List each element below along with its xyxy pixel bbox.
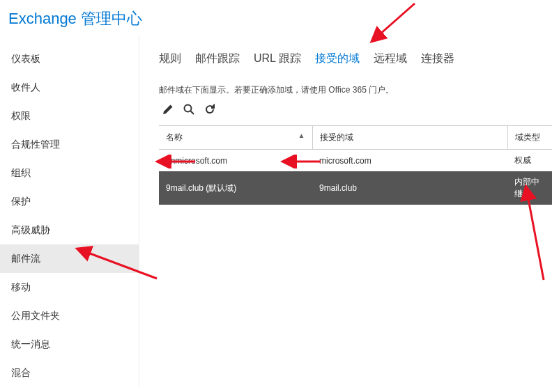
- cell-type: 权威: [507, 150, 552, 172]
- sidebar-item-permissions[interactable]: 权限: [0, 102, 139, 130]
- toolbar: [159, 103, 552, 116]
- sidebar-item-compliance[interactable]: 合规性管理: [0, 130, 139, 159]
- tab-url-trace[interactable]: URL 跟踪: [254, 52, 301, 68]
- description-text: 邮件域在下面显示。若要正确添加域，请使用 Office 365 门户。: [159, 84, 552, 96]
- column-header-name-label: 名称: [166, 132, 183, 142]
- table-row[interactable]: 9mail.club (默认域) 9mail.club 内部中继: [159, 171, 552, 205]
- sidebar-item-unified-messaging[interactable]: 统一消息: [0, 330, 139, 359]
- content-area: 规则 邮件跟踪 URL 跟踪 接受的域 远程域 连接器 邮件域在下面显示。若要正…: [139, 35, 559, 387]
- tabs: 规则 邮件跟踪 URL 跟踪 接受的域 远程域 连接器: [159, 46, 552, 68]
- column-header-domain-type-label: 域类型: [515, 132, 540, 142]
- cell-name: onmicrosoft.com: [159, 150, 312, 172]
- column-header-accepted-domain-label: 接受的域: [320, 132, 353, 142]
- column-header-domain-type[interactable]: 域类型: [507, 126, 552, 150]
- sidebar-item-dashboard[interactable]: 仪表板: [0, 45, 139, 73]
- sort-asc-icon: ▲: [298, 132, 305, 139]
- svg-line-1: [191, 111, 194, 115]
- sidebar-item-hybrid[interactable]: 混合: [0, 359, 139, 387]
- sidebar-item-mailflow[interactable]: 邮件流: [0, 244, 139, 273]
- cell-domain: 9mail.club: [312, 171, 507, 205]
- tab-rules[interactable]: 规则: [159, 52, 181, 68]
- sidebar-item-protection[interactable]: 保护: [0, 187, 139, 216]
- table-row[interactable]: onmicrosoft.com microsoft.com 权威: [159, 150, 552, 172]
- search-icon[interactable]: [183, 103, 195, 116]
- cell-domain: microsoft.com: [312, 150, 507, 172]
- cell-type: 内部中继: [507, 171, 552, 205]
- sidebar-item-organization[interactable]: 组织: [0, 159, 139, 187]
- tab-connectors[interactable]: 连接器: [421, 52, 454, 68]
- sidebar-item-public-folders[interactable]: 公用文件夹: [0, 301, 139, 330]
- svg-point-0: [185, 105, 192, 112]
- sidebar-item-advanced-threats[interactable]: 高级威胁: [0, 216, 139, 244]
- sidebar-item-mobile[interactable]: 移动: [0, 273, 139, 301]
- column-header-accepted-domain[interactable]: 接受的域: [312, 126, 507, 150]
- tab-accepted-domains[interactable]: 接受的域: [315, 52, 360, 68]
- tab-remote-domains[interactable]: 远程域: [374, 52, 407, 68]
- refresh-icon[interactable]: [204, 103, 216, 116]
- sidebar-item-recipients[interactable]: 收件人: [0, 73, 139, 102]
- sidebar: 仪表板 收件人 权限 合规性管理 组织 保护 高级威胁 邮件流 移动 公用文件夹…: [0, 35, 139, 387]
- cell-name: 9mail.club (默认域): [159, 171, 312, 205]
- domains-table: 名称 ▲ 接受的域 域类型 onmicrosoft.com microsoft.…: [159, 125, 552, 205]
- tab-message-trace[interactable]: 邮件跟踪: [195, 52, 240, 68]
- page-title: Exchange 管理中心: [8, 8, 548, 29]
- edit-icon[interactable]: [162, 103, 174, 116]
- column-header-name[interactable]: 名称 ▲: [159, 126, 312, 150]
